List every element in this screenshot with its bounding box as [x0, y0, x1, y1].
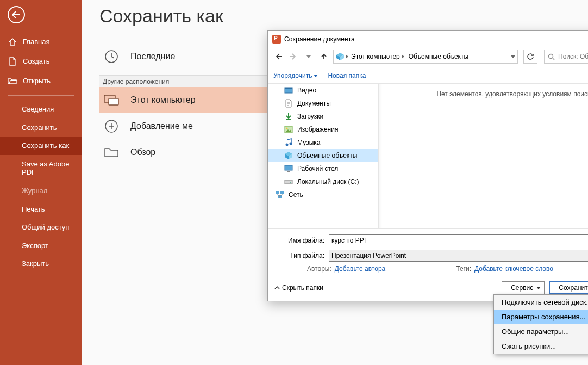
- chevron-down-icon[interactable]: [511, 55, 515, 58]
- open-icon: [8, 76, 17, 86]
- metadata-row: Авторы:Добавьте автора Теги:Добавьте клю…: [274, 265, 588, 273]
- add-place-icon: [102, 117, 121, 135]
- svg-point-10: [286, 144, 289, 146]
- sidebar-item-0[interactable]: Сведения: [0, 100, 82, 119]
- service-menu-item[interactable]: Сжать рисунки...: [494, 339, 588, 354]
- save-button[interactable]: Сохранить: [549, 281, 588, 294]
- search-icon: [548, 53, 555, 60]
- address-bar[interactable]: Этот компьютер Объемные объекты: [333, 50, 518, 64]
- organize-button[interactable]: Упорядочить: [273, 72, 318, 79]
- svg-point-15: [290, 182, 291, 183]
- tree-item[interactable]: Объемные объекты: [268, 149, 378, 162]
- filename-input[interactable]: [331, 237, 588, 244]
- sidebar-item-label: Главная: [23, 38, 49, 46]
- tree-item-label: Объемные объекты: [297, 152, 357, 159]
- tree-item[interactable]: Документы: [268, 97, 378, 110]
- download-icon: [284, 112, 293, 121]
- sidebar-item-3[interactable]: Save as Adobe PDF: [0, 155, 82, 182]
- service-button[interactable]: Сервис: [502, 281, 545, 294]
- sidebar-item-label: Закрыть: [22, 259, 49, 268]
- svg-point-11: [290, 143, 292, 145]
- service-menu-item[interactable]: Общие параметры...: [494, 324, 588, 339]
- svg-rect-14: [285, 180, 292, 184]
- location-label: Последние: [130, 52, 175, 61]
- tree-item[interactable]: Рабочий стол: [268, 162, 378, 175]
- add-author-link[interactable]: Добавьте автора: [335, 265, 385, 273]
- service-menu-item[interactable]: Параметры сохранения...: [494, 310, 588, 324]
- new-folder-button[interactable]: Новая папка: [328, 72, 366, 79]
- sidebar-item-5[interactable]: Печать: [0, 200, 82, 219]
- powerpoint-icon: [272, 35, 281, 44]
- filetype-value: Презентация PowerPoint: [331, 252, 588, 259]
- sidebar-item-7[interactable]: Экспорт: [0, 237, 82, 255]
- svg-rect-13: [287, 171, 290, 172]
- search-input[interactable]: [558, 53, 588, 60]
- tree-item[interactable]: Загрузки: [268, 110, 378, 123]
- filename-field[interactable]: [329, 234, 588, 246]
- tree-item-label: Музыка: [297, 139, 320, 146]
- sidebar-item-6[interactable]: Общий доступ: [0, 218, 82, 237]
- folder-tree[interactable]: ВидеоДокументыЗагрузкиИзображенияМузыкаО…: [268, 84, 379, 228]
- video-icon: [284, 86, 293, 95]
- sidebar-item-label: Экспорт: [22, 242, 48, 250]
- filetype-field[interactable]: Презентация PowerPoint: [329, 250, 588, 262]
- tree-item[interactable]: Изображения: [268, 123, 378, 136]
- location-label: Этот компьютер: [130, 95, 196, 105]
- sidebar-item-open[interactable]: Открыть: [0, 71, 82, 91]
- backstage-sidebar: Главная Создать Открыть СведенияСохранит…: [0, 0, 82, 365]
- doc-icon: [284, 99, 293, 108]
- chevron-right-icon: [402, 54, 404, 59]
- sidebar-item-home[interactable]: Главная: [0, 32, 82, 52]
- sidebar-item-label: Сохранить как: [22, 141, 69, 150]
- sidebar-item-new[interactable]: Создать: [0, 52, 82, 71]
- sidebar-secondary-list: СведенияСохранитьСохранить какSave as Ad…: [0, 100, 82, 273]
- browse-icon: [102, 143, 121, 162]
- sidebar-item-4[interactable]: Журнал: [0, 182, 82, 200]
- sidebar-item-2[interactable]: Сохранить как: [0, 137, 82, 155]
- tree-item-label: Изображения: [297, 126, 338, 133]
- service-menu: Подключить сетевой диск...Параметры сохр…: [493, 294, 588, 354]
- tree-item[interactable]: Локальный диск (C:): [268, 175, 378, 188]
- sidebar-item-label: Журнал: [22, 187, 47, 195]
- sidebar-item-8[interactable]: Закрыть: [0, 255, 82, 273]
- dialog-form: Имя файла: Тип файла: Презентация PowerP…: [268, 228, 588, 276]
- search-box[interactable]: [544, 50, 588, 64]
- tree-item[interactable]: Музыка: [268, 136, 378, 149]
- sidebar-item-1[interactable]: Сохранить: [0, 119, 82, 137]
- clock-icon: [102, 47, 121, 66]
- nav-up-button[interactable]: [318, 51, 330, 63]
- refresh-button[interactable]: [523, 50, 537, 64]
- backstage-main: Сохранить как Последние Другие расположе…: [82, 0, 588, 365]
- add-tag-link[interactable]: Добавьте ключевое слово: [474, 265, 553, 273]
- back-button[interactable]: [8, 6, 25, 23]
- location-label: Обзор: [130, 147, 155, 157]
- dialog-titlebar: Сохранение документа: [268, 31, 588, 47]
- svg-rect-7: [285, 88, 292, 89]
- dialog-nav-row: Этот компьютер Объемные объекты: [268, 47, 588, 68]
- tree-item-label: Локальный диск (C:): [297, 178, 359, 185]
- page-title: Сохранить как: [99, 5, 223, 27]
- svg-point-4: [549, 54, 553, 58]
- empty-message: Нет элементов, удовлетворяющих условиям …: [436, 90, 588, 98]
- service-menu-item[interactable]: Подключить сетевой диск...: [494, 295, 588, 310]
- svg-rect-12: [285, 165, 292, 170]
- nav-forward-button[interactable]: [287, 51, 299, 63]
- authors-label: Авторы:: [307, 265, 331, 273]
- nav-back-button[interactable]: [272, 51, 284, 63]
- sidebar-primary-list: Главная Создать Открыть: [0, 32, 82, 91]
- sidebar-item-label: Сохранить: [22, 123, 57, 132]
- tree-item-label: Сеть: [289, 191, 303, 199]
- tree-item-label: Видео: [297, 86, 316, 94]
- tree-item[interactable]: Сеть: [268, 188, 378, 201]
- tree-item-label: Документы: [297, 100, 331, 107]
- sidebar-item-label: Создать: [23, 57, 49, 66]
- tags-label: Теги:: [456, 265, 471, 273]
- breadcrumb-this-pc[interactable]: Этот компьютер: [349, 50, 406, 63]
- hide-folders-link[interactable]: Скрыть папки: [274, 284, 323, 292]
- location-label: Добавление ме: [130, 121, 193, 131]
- tree-item[interactable]: Видео: [268, 84, 378, 97]
- breadcrumb-folder[interactable]: Объемные объекты: [407, 50, 470, 63]
- chevron-right-icon: [346, 54, 348, 59]
- filetype-label: Тип файла:: [274, 252, 329, 259]
- chevron-down-icon[interactable]: [303, 51, 315, 63]
